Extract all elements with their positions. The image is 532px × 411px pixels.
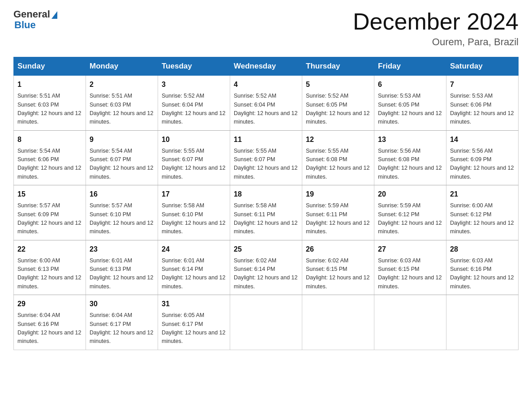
day-number: 5 bbox=[306, 79, 370, 90]
day-number: 12 bbox=[306, 134, 370, 145]
day-number: 25 bbox=[234, 244, 298, 255]
day-number: 16 bbox=[90, 189, 154, 200]
day-number: 11 bbox=[234, 134, 298, 145]
day-info: Sunrise: 5:51 AMSunset: 6:03 PMDaylight:… bbox=[90, 92, 154, 127]
day-info: Sunrise: 5:54 AMSunset: 6:06 PMDaylight:… bbox=[17, 147, 82, 182]
calendar-cell: 23Sunrise: 6:01 AMSunset: 6:13 PMDayligh… bbox=[86, 240, 158, 295]
calendar-week-row: 22Sunrise: 6:00 AMSunset: 6:13 PMDayligh… bbox=[14, 240, 519, 295]
day-info: Sunrise: 5:58 AMSunset: 6:10 PMDaylight:… bbox=[162, 201, 226, 236]
calendar-cell bbox=[230, 295, 302, 350]
day-number: 8 bbox=[17, 134, 82, 145]
calendar-cell: 31Sunrise: 6:05 AMSunset: 6:17 PMDayligh… bbox=[158, 295, 230, 350]
calendar-cell: 4Sunrise: 5:52 AMSunset: 6:04 PMDaylight… bbox=[230, 76, 302, 131]
day-number: 3 bbox=[162, 79, 226, 90]
day-info: Sunrise: 6:01 AMSunset: 6:14 PMDaylight:… bbox=[162, 257, 226, 291]
day-info: Sunrise: 5:52 AMSunset: 6:05 PMDaylight:… bbox=[306, 92, 370, 127]
calendar-cell: 26Sunrise: 6:02 AMSunset: 6:15 PMDayligh… bbox=[302, 240, 374, 295]
day-number: 28 bbox=[450, 244, 515, 255]
day-info: Sunrise: 6:03 AMSunset: 6:15 PMDaylight:… bbox=[378, 257, 442, 291]
calendar-title: December 2024 bbox=[353, 9, 519, 34]
day-info: Sunrise: 5:55 AMSunset: 6:07 PMDaylight:… bbox=[162, 147, 226, 182]
calendar-cell: 1Sunrise: 5:51 AMSunset: 6:03 PMDaylight… bbox=[14, 76, 86, 131]
day-number: 26 bbox=[306, 244, 370, 255]
day-number: 14 bbox=[450, 134, 515, 145]
day-number: 13 bbox=[378, 134, 442, 145]
day-info: Sunrise: 6:02 AMSunset: 6:14 PMDaylight:… bbox=[234, 257, 298, 291]
calendar-subtitle: Ourem, Para, Brazil bbox=[353, 36, 519, 48]
calendar-cell: 7Sunrise: 5:53 AMSunset: 6:06 PMDaylight… bbox=[446, 76, 519, 131]
day-info: Sunrise: 5:56 AMSunset: 6:09 PMDaylight:… bbox=[450, 147, 515, 182]
calendar-cell: 6Sunrise: 5:53 AMSunset: 6:05 PMDaylight… bbox=[374, 76, 446, 131]
day-info: Sunrise: 5:52 AMSunset: 6:04 PMDaylight:… bbox=[234, 92, 298, 127]
day-number: 7 bbox=[450, 79, 515, 90]
day-number: 1 bbox=[17, 79, 82, 90]
day-number: 20 bbox=[378, 189, 442, 200]
calendar-header-saturday: Saturday bbox=[446, 57, 519, 76]
calendar-header-row: SundayMondayTuesdayWednesdayThursdayFrid… bbox=[14, 57, 519, 76]
calendar-cell bbox=[374, 295, 446, 350]
day-info: Sunrise: 6:04 AMSunset: 6:16 PMDaylight:… bbox=[17, 311, 82, 346]
day-info: Sunrise: 6:04 AMSunset: 6:17 PMDaylight:… bbox=[90, 311, 154, 346]
day-number: 29 bbox=[17, 299, 82, 309]
logo-text-blue: Blue bbox=[14, 20, 57, 30]
day-number: 31 bbox=[162, 299, 226, 309]
calendar-cell: 8Sunrise: 5:54 AMSunset: 6:06 PMDaylight… bbox=[14, 130, 86, 185]
calendar-cell bbox=[446, 295, 519, 350]
calendar-week-row: 15Sunrise: 5:57 AMSunset: 6:09 PMDayligh… bbox=[14, 185, 519, 240]
calendar-cell: 10Sunrise: 5:55 AMSunset: 6:07 PMDayligh… bbox=[158, 130, 230, 185]
calendar-cell: 16Sunrise: 5:57 AMSunset: 6:10 PMDayligh… bbox=[86, 185, 158, 240]
day-info: Sunrise: 5:59 AMSunset: 6:12 PMDaylight:… bbox=[378, 201, 442, 236]
calendar-header-wednesday: Wednesday bbox=[230, 57, 302, 76]
day-number: 4 bbox=[234, 79, 298, 90]
day-info: Sunrise: 5:58 AMSunset: 6:11 PMDaylight:… bbox=[234, 201, 298, 236]
calendar-header-sunday: Sunday bbox=[14, 57, 86, 76]
calendar-cell: 27Sunrise: 6:03 AMSunset: 6:15 PMDayligh… bbox=[374, 240, 446, 295]
day-info: Sunrise: 5:57 AMSunset: 6:10 PMDaylight:… bbox=[90, 201, 154, 236]
calendar-cell: 15Sunrise: 5:57 AMSunset: 6:09 PMDayligh… bbox=[14, 185, 86, 240]
day-number: 22 bbox=[17, 244, 82, 255]
day-info: Sunrise: 6:05 AMSunset: 6:17 PMDaylight:… bbox=[162, 311, 226, 346]
day-info: Sunrise: 5:55 AMSunset: 6:08 PMDaylight:… bbox=[306, 147, 370, 182]
calendar-cell: 3Sunrise: 5:52 AMSunset: 6:04 PMDaylight… bbox=[158, 76, 230, 131]
day-info: Sunrise: 6:01 AMSunset: 6:13 PMDaylight:… bbox=[90, 257, 154, 291]
calendar-header-thursday: Thursday bbox=[302, 57, 374, 76]
calendar-week-row: 8Sunrise: 5:54 AMSunset: 6:06 PMDaylight… bbox=[14, 130, 519, 185]
logo: General Blue bbox=[13, 9, 57, 30]
calendar-cell: 19Sunrise: 5:59 AMSunset: 6:11 PMDayligh… bbox=[302, 185, 374, 240]
calendar-cell: 18Sunrise: 5:58 AMSunset: 6:11 PMDayligh… bbox=[230, 185, 302, 240]
day-info: Sunrise: 5:59 AMSunset: 6:11 PMDaylight:… bbox=[306, 201, 370, 236]
calendar-week-row: 29Sunrise: 6:04 AMSunset: 6:16 PMDayligh… bbox=[14, 295, 519, 350]
day-number: 24 bbox=[162, 244, 226, 255]
calendar-cell: 11Sunrise: 5:55 AMSunset: 6:07 PMDayligh… bbox=[230, 130, 302, 185]
day-info: Sunrise: 5:57 AMSunset: 6:09 PMDaylight:… bbox=[17, 201, 82, 236]
day-number: 10 bbox=[162, 134, 226, 145]
calendar-cell: 28Sunrise: 6:03 AMSunset: 6:16 PMDayligh… bbox=[446, 240, 519, 295]
day-number: 23 bbox=[90, 244, 154, 255]
calendar-cell: 20Sunrise: 5:59 AMSunset: 6:12 PMDayligh… bbox=[374, 185, 446, 240]
day-info: Sunrise: 6:00 AMSunset: 6:12 PMDaylight:… bbox=[450, 201, 515, 236]
day-info: Sunrise: 5:53 AMSunset: 6:06 PMDaylight:… bbox=[450, 92, 515, 127]
day-info: Sunrise: 5:56 AMSunset: 6:08 PMDaylight:… bbox=[378, 147, 442, 182]
calendar-cell: 25Sunrise: 6:02 AMSunset: 6:14 PMDayligh… bbox=[230, 240, 302, 295]
calendar-cell: 5Sunrise: 5:52 AMSunset: 6:05 PMDaylight… bbox=[302, 76, 374, 131]
day-info: Sunrise: 5:51 AMSunset: 6:03 PMDaylight:… bbox=[17, 92, 82, 127]
day-number: 30 bbox=[90, 299, 154, 309]
calendar-header-monday: Monday bbox=[86, 57, 158, 76]
calendar-cell: 22Sunrise: 6:00 AMSunset: 6:13 PMDayligh… bbox=[14, 240, 86, 295]
calendar-table: SundayMondayTuesdayWednesdayThursdayFrid… bbox=[13, 57, 519, 350]
calendar-cell: 14Sunrise: 5:56 AMSunset: 6:09 PMDayligh… bbox=[446, 130, 519, 185]
calendar-cell bbox=[302, 295, 374, 350]
calendar-cell: 17Sunrise: 5:58 AMSunset: 6:10 PMDayligh… bbox=[158, 185, 230, 240]
day-info: Sunrise: 5:53 AMSunset: 6:05 PMDaylight:… bbox=[378, 92, 442, 127]
day-info: Sunrise: 6:03 AMSunset: 6:16 PMDaylight:… bbox=[450, 257, 515, 291]
calendar-week-row: 1Sunrise: 5:51 AMSunset: 6:03 PMDaylight… bbox=[14, 76, 519, 131]
calendar-cell: 12Sunrise: 5:55 AMSunset: 6:08 PMDayligh… bbox=[302, 130, 374, 185]
calendar-cell: 13Sunrise: 5:56 AMSunset: 6:08 PMDayligh… bbox=[374, 130, 446, 185]
calendar-cell: 21Sunrise: 6:00 AMSunset: 6:12 PMDayligh… bbox=[446, 185, 519, 240]
day-info: Sunrise: 5:54 AMSunset: 6:07 PMDaylight:… bbox=[90, 147, 154, 182]
calendar-header-friday: Friday bbox=[374, 57, 446, 76]
day-info: Sunrise: 6:02 AMSunset: 6:15 PMDaylight:… bbox=[306, 257, 370, 291]
calendar-cell: 2Sunrise: 5:51 AMSunset: 6:03 PMDaylight… bbox=[86, 76, 158, 131]
day-number: 9 bbox=[90, 134, 154, 145]
day-info: Sunrise: 5:55 AMSunset: 6:07 PMDaylight:… bbox=[234, 147, 298, 182]
